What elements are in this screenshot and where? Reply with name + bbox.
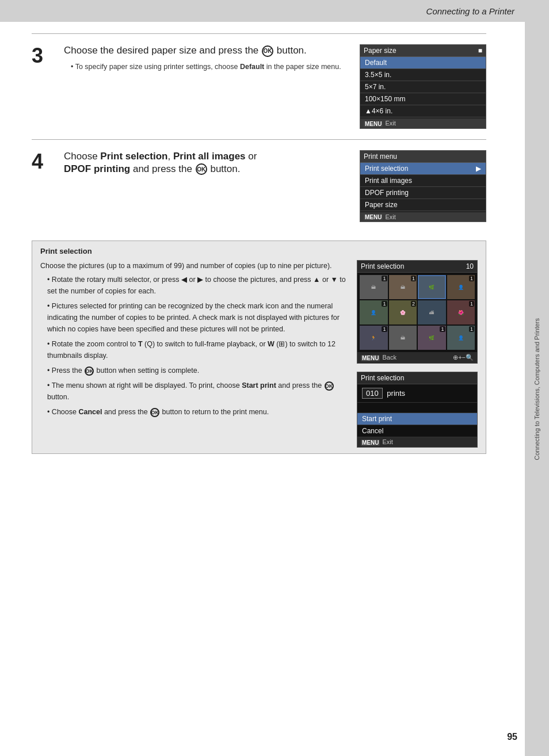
step4-screen-footer: MENU Exit [360,212,486,222]
step4-cam-screen: Print menu Print selection ▶ Print all i… [360,150,486,223]
top-header-bar: Connecting to a Printer [0,0,549,22]
step3-screen-header: Paper size ■ [360,45,486,57]
thumb-cell-8: 🏃 1 [360,326,388,350]
print-sel-bullets: Rotate the rotary multi selector, or pre… [40,274,346,418]
thumb-screen-footer: MENU Back ⊕+−🔍 [357,352,477,363]
thumb-cell-5: 🌸 2 [389,300,417,324]
step4-screen-item-3: Paper size [360,199,486,211]
ok-icon-bullet4: OK [325,381,334,391]
step4-screen-item-0: Print selection ▶ [360,163,486,175]
step3-number: 3 [32,45,52,66]
print-sel-bullet-2: Rotate the zoom control to T (Q) to swit… [47,338,346,361]
step4-screen-item-2: DPOF printing [360,187,486,199]
confirm-prints-num: 010 [362,388,383,399]
thumb-screen-header: Print selection 10 [357,261,477,273]
step3-body: Choose the desired paper size and press … [64,44,348,72]
confirm-screen-footer: MENU Exit [357,437,477,447]
page-number: 95 [507,732,517,742]
step4-title: Choose Print selection, Print all images… [64,150,348,175]
print-sel-bullet-0: Rotate the rotary multi selector, or pre… [47,274,346,297]
print-selection-text: Choose the pictures (up to a maximum of … [40,260,346,421]
ok-icon-bullet5: OK [150,408,159,417]
print-sel-bullet-4: The menu shown at right will be displaye… [47,380,346,403]
ok-icon-step4: OK [196,163,207,175]
step3-screenshot: Paper size ■ Default 3.5×5 in. 5×7 in. 1… [360,44,486,129]
step3-notes: To specify paper size using printer sett… [64,62,348,72]
thumb-cell-4: 👤 1 [360,300,388,324]
print-sel-bullet-3: Press the OK button when setting is comp… [47,365,346,376]
thumb-cell-1: 🏔 1 [389,275,417,299]
confirm-screen: Print selection 010 prints Start print C… [357,372,478,448]
confirm-screen-header: Print selection [357,372,477,384]
thumb-cell-3: 👤 1 [447,275,475,299]
print-selection-right: Print selection 10 🏔 1 🏔 1 [357,260,478,448]
print-selection-content: Choose the pictures (up to a maximum of … [40,260,478,448]
step3-screen-footer: MENU Exit [360,119,486,128]
ok-icon-step3: OK [262,45,273,57]
confirm-screen-item-1: Cancel [357,425,477,437]
step4-screen-header: Print menu [360,151,486,163]
thumb-cell-7: 🌺 1 [447,300,475,324]
thumb-cell-6: 🏙 [418,300,446,324]
step3-screen-item-4: ▲4×6 in. [360,105,486,117]
thumb-cell-0: 🏔 1 [360,275,388,299]
right-sidebar-text: Connecting to Televisions, Computers and… [533,318,540,460]
step4-section: 4 Choose Print selection, Print all imag… [32,139,486,233]
print-sel-description: Choose the pictures (up to a maximum of … [40,260,346,272]
step3-screen-item-1: 3.5×5 in. [360,69,486,81]
main-content: 3 Choose the desired paper size and pres… [0,22,518,465]
page-title: Connecting to a Printer [426,6,514,16]
print-sel-bullet-1: Pictures selected for printing can be re… [47,300,346,335]
print-selection-title: Print selection [40,247,478,255]
step3-section: 3 Choose the desired paper size and pres… [32,33,486,139]
confirm-prints-row: 010 prints [357,384,477,403]
confirm-screen-item-0: Start print [357,413,477,425]
step4-body: Choose Print selection, Print all images… [64,150,348,180]
step3-screen-item-3: 100×150 mm [360,93,486,105]
step4-screenshot: Print menu Print selection ▶ Print all i… [360,150,486,223]
thumb-cell-10: 🌿 1 [418,326,446,350]
confirm-spacer [357,403,477,413]
print-sel-bullet-5: Choose Cancel and press the OK button to… [47,406,346,418]
print-selection-section: Print selection Choose the pictures (up … [32,240,486,454]
step3-screen-item-0: Default [360,57,486,69]
thumb-cell-11: 👤 1 [447,326,475,350]
step3-cam-screen: Paper size ■ Default 3.5×5 in. 5×7 in. 1… [360,44,486,129]
thumb-grid: 🏔 1 🏔 1 🌿 👤 1 [357,273,477,352]
step3-screen-item-2: 5×7 in. [360,81,486,93]
right-sidebar-bar: Connecting to Televisions, Computers and… [525,22,549,756]
thumb-cell-9: 🏔 [389,326,417,350]
step3-title: Choose the desired paper size and press … [64,44,348,57]
step4-screen-item-1: Print all images [360,175,486,187]
step4-number: 4 [32,151,52,172]
thumb-cell-2: 🌿 [418,275,446,299]
thumb-screen: Print selection 10 🏔 1 🏔 1 [357,260,478,364]
ok-icon-bullet3: OK [85,366,94,376]
